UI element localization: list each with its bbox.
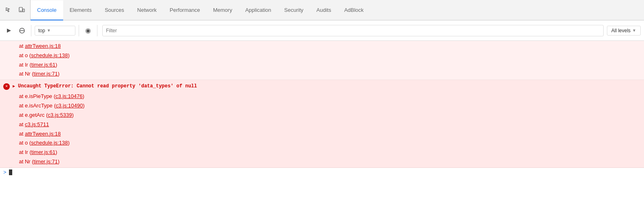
- inspect-icon[interactable]: [3, 5, 14, 16]
- tab-performance[interactable]: Performance: [163, 0, 206, 20]
- console-line: at o (schedule.js:138): [0, 138, 644, 148]
- link-timer-71[interactable]: timer.js:71: [34, 71, 58, 77]
- link-timer2-71[interactable]: timer.js:71: [34, 158, 58, 165]
- console-entry-stack1: at attrTween.js:18 at o (schedule.js:138…: [0, 41, 644, 80]
- tab-memory[interactable]: Memory: [207, 0, 239, 20]
- console-entry-main-error: ✕ ▶ Uncaught TypeError: Cannot read prop…: [0, 80, 644, 168]
- tab-sources[interactable]: Sources: [98, 0, 131, 20]
- console-line: at Ir (timer.js:61): [0, 148, 644, 157]
- link-attrtween2-18[interactable]: attrTween.js:18: [25, 131, 61, 137]
- console-line: at c3.js:5711: [0, 120, 644, 129]
- tab-security[interactable]: Security: [278, 0, 310, 20]
- link-c3-10490[interactable]: c3.js:10490: [56, 102, 83, 109]
- levels-arrow: ▼: [632, 28, 636, 33]
- filter-input-wrap: [102, 25, 604, 36]
- console-toolbar: top ▼ ◉ All levels ▼: [0, 20, 644, 41]
- tab-elements[interactable]: Elements: [63, 0, 98, 20]
- error-header: ✕ ▶ Uncaught TypeError: Cannot read prop…: [0, 81, 644, 92]
- tab-network[interactable]: Network: [131, 0, 163, 20]
- devtools-icons: [0, 0, 31, 20]
- console-line: at attrTween.js:18: [0, 129, 644, 139]
- execute-context-button[interactable]: [3, 25, 15, 36]
- console-input-line: >: [0, 168, 644, 177]
- levels-button[interactable]: All levels ▼: [607, 26, 641, 36]
- prompt-symbol: >: [3, 169, 7, 176]
- tab-console[interactable]: Console: [31, 0, 63, 20]
- console-output: at attrTween.js:18 at o (schedule.js:138…: [0, 41, 644, 205]
- context-selector[interactable]: top ▼: [35, 26, 75, 36]
- filter-input[interactable]: [106, 28, 600, 33]
- toolbar-divider-2: [79, 25, 79, 36]
- expand-triangle[interactable]: ▶: [11, 84, 16, 89]
- link-c3-10476[interactable]: c3.js:10476: [55, 93, 83, 99]
- tab-application[interactable]: Application: [239, 0, 278, 20]
- link-timer2-61[interactable]: timer.js:61: [31, 149, 55, 155]
- svg-marker-3: [7, 29, 11, 33]
- console-main: at attrTween.js:18 at o (schedule.js:138…: [0, 41, 644, 205]
- context-dropdown-arrow: ▼: [47, 28, 51, 33]
- console-line: at e.isPieType (c3.js:10476): [0, 92, 644, 101]
- error-icon: ✕: [3, 83, 10, 90]
- console-line: at e.getArc (c3.js:5339): [0, 111, 644, 120]
- tab-audits[interactable]: Audits: [310, 0, 337, 20]
- console-line: at Nr (timer.js:71): [0, 157, 644, 167]
- link-schedule-138[interactable]: schedule.js:138: [31, 52, 68, 58]
- link-attrtween-18[interactable]: attrTween.js:18: [25, 43, 61, 49]
- link-schedule2-138[interactable]: schedule.js:138: [31, 140, 68, 146]
- console-line: at e.isArcType (c3.js:10490): [0, 101, 644, 111]
- toolbar-divider-3: [97, 25, 97, 36]
- console-line: at o (schedule.js:138): [0, 51, 644, 60]
- toolbar-divider-1: [31, 25, 31, 36]
- eye-button[interactable]: ◉: [82, 25, 94, 36]
- tab-adblock[interactable]: AdBlock: [337, 0, 370, 20]
- console-line: at attrTween.js:18: [0, 42, 644, 51]
- tab-bar: Console Elements Sources Network Perform…: [0, 0, 644, 20]
- console-cursor: [9, 169, 12, 175]
- clear-console-button[interactable]: [16, 25, 28, 36]
- device-icon[interactable]: [16, 5, 27, 16]
- console-line: at Ir (timer.js:61): [0, 60, 644, 70]
- link-timer-61[interactable]: timer.js:61: [31, 62, 55, 68]
- link-c3-5711[interactable]: c3.js:5711: [25, 121, 49, 127]
- error-message: Uncaught TypeError: Cannot read property…: [18, 82, 197, 90]
- svg-rect-1: [23, 9, 24, 12]
- link-c3-5339[interactable]: c3.js:5339: [48, 112, 72, 118]
- console-line: at Nr (timer.js:71): [0, 69, 644, 79]
